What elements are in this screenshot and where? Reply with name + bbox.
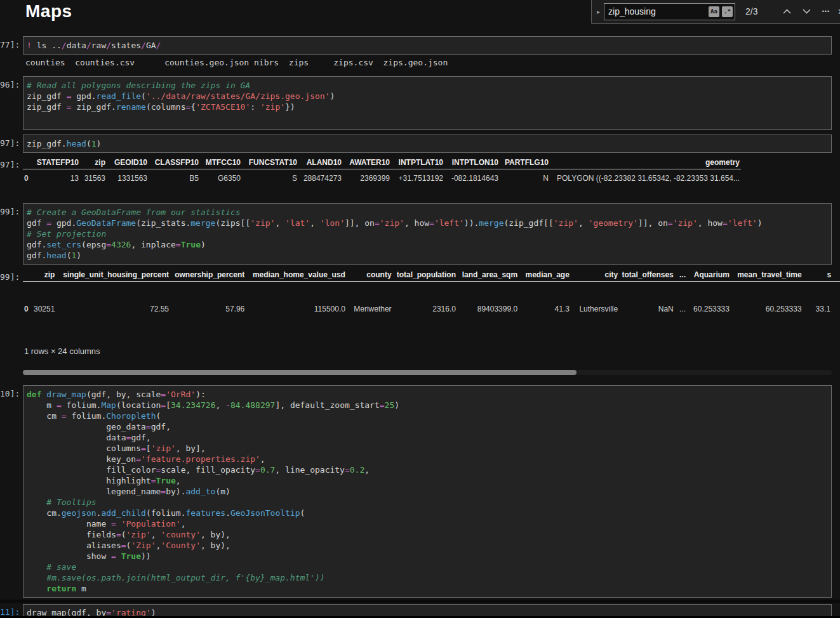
table-cell: 60.253333 — [731, 281, 803, 319]
stream-output-text: counties counties.csv counties.geo.json … — [23, 58, 840, 68]
column-header: INTPTLAT10 — [391, 156, 444, 169]
code-line: highlight=True, — [27, 475, 826, 486]
table-cell: 60.253333 — [687, 281, 731, 319]
table-cell: +31.7513192 — [391, 169, 444, 188]
table-cell: 57.96 — [170, 281, 246, 319]
code-line: cm.geojson.add_child(folium.features.Geo… — [27, 508, 826, 518]
search-query-text: zip_housing — [608, 6, 706, 16]
close-find-button[interactable]: ✕ — [837, 7, 840, 16]
column-header: county — [347, 268, 393, 281]
code-line: zip_gdf.head(1) — [27, 138, 826, 149]
cell-gap-divider — [0, 600, 840, 603]
table-header-row: zipsingle_unit_housing_percentownership_… — [23, 268, 840, 281]
more-options-button[interactable]: ••• — [822, 8, 830, 15]
code-line: data=gdf, — [27, 432, 826, 443]
table-cell: 288474273 — [298, 169, 343, 188]
code-line: ! ls ../data/raw/states/GA/ — [27, 40, 826, 51]
execution-prompt: 10]: — [0, 385, 19, 598]
table-cell: 2369399 — [343, 169, 391, 188]
column-header: INTPTLON10 — [444, 156, 500, 169]
column-header: CLASSFP10 — [149, 156, 200, 169]
regex-toggle[interactable]: .* — [722, 6, 733, 17]
code-line: def draw_map(gdf, by, scale='OrRd'): — [27, 389, 826, 400]
horizontal-scrollbar-track[interactable] — [23, 370, 832, 375]
column-header: ownership_percent — [170, 268, 246, 281]
column-header: city — [571, 268, 619, 281]
column-header: FUNCSTAT10 — [242, 156, 298, 169]
code-cell: 97]:zip_gdf.head(1) — [0, 135, 840, 153]
table-cell: B5 — [149, 169, 200, 188]
column-header: STATEFP10 — [32, 156, 80, 169]
column-header: ALAND10 — [298, 156, 343, 169]
previous-match-button[interactable] — [783, 9, 791, 14]
column-header: total_population — [393, 268, 457, 281]
column-header: PARTFLG10 — [500, 156, 550, 169]
code-input-editor[interactable]: # Create a GeoDataFrame from our statist… — [23, 203, 832, 265]
code-input-editor[interactable]: # Read all polygons describing the zips … — [23, 76, 832, 130]
code-line: aliases=('Zip','County', by), — [27, 540, 826, 551]
table-cell: 115500.0 — [246, 281, 347, 319]
code-input-editor[interactable]: def draw_map(gdf, by, scale='OrRd'): m =… — [23, 385, 832, 598]
code-line: # save — [27, 562, 826, 572]
search-input[interactable]: zip_housing Aa .* — [604, 3, 735, 20]
chevron-down-icon — [803, 9, 811, 14]
table-dimensions-label: 1 rows × 24 columns — [23, 346, 840, 356]
code-line: legend_name=by).add_to(m) — [27, 486, 826, 497]
table-cell: 13 — [32, 169, 80, 188]
column-header — [23, 268, 32, 281]
code-cell: 96]:# Read all polygons describing the z… — [0, 76, 840, 130]
column-header: mean_travel_time — [731, 268, 803, 281]
table-cell: -082.1814643 — [444, 169, 500, 188]
code-line: zip_gdf = gpd.read_file('../data/raw/sta… — [27, 91, 826, 102]
column-header: geometry — [550, 156, 741, 169]
table-cell: POLYGON ((-82.23382 31.65342, -82.23353 … — [550, 169, 741, 188]
code-cell: 10]:def draw_map(gdf, by, scale='OrRd'):… — [0, 385, 840, 598]
table-cell: S — [242, 169, 298, 188]
table-cell: N — [500, 169, 550, 188]
match-case-toggle[interactable]: Aa — [709, 6, 719, 17]
execution-prompt — [0, 58, 19, 68]
table-cell: 1331563 — [107, 169, 149, 188]
column-header: single_unit_housing_percent — [56, 268, 170, 281]
find-collapse-icon[interactable]: ▸ — [597, 8, 600, 15]
table-cell: 72.55 — [56, 281, 170, 319]
code-line: fill_color=scale, fill_opacity=0.7, line… — [27, 464, 826, 475]
column-header — [23, 156, 32, 169]
column-header: land_area_sqm — [457, 268, 519, 281]
code-line: columns=['zip', by], — [27, 443, 826, 454]
output-cell: 99]:zipsingle_unit_housing_percentowners… — [0, 268, 840, 375]
find-bar: ▸ zip_housing Aa .* 2/3 ••• ✕ — [591, 0, 840, 23]
execution-prompt: 99]: — [0, 203, 19, 265]
code-line: gdf.set_crs(epsg=4326, inplace=True) — [27, 239, 826, 250]
match-counter: 2/3 — [745, 6, 757, 16]
table-cell: 2316.0 — [393, 281, 457, 319]
next-match-button[interactable] — [803, 9, 811, 14]
code-line: # Read all polygons describing the zips … — [27, 80, 826, 91]
code-line: cm = folium.Choropleth( — [27, 411, 826, 421]
column-header: zip — [32, 268, 57, 281]
execution-prompt: 97]: — [0, 135, 19, 153]
code-input-editor[interactable]: ! ls ../data/raw/states/GA/ — [23, 36, 832, 55]
code-line: fields=('zip', 'county', by), — [27, 529, 826, 540]
notebook: 77]:! ls ../data/raw/states/GA/counties … — [0, 36, 840, 618]
column-header: median_home_value_usd — [246, 268, 347, 281]
code-line: show = True)) — [27, 551, 826, 562]
table-cell: Luthersville — [571, 281, 619, 319]
table-cell: 41.3 — [519, 281, 571, 319]
horizontal-scrollbar-thumb[interactable] — [23, 370, 577, 375]
code-line: #m.save(os.path.join(html_output_dir, f'… — [27, 572, 826, 583]
code-cell: 99]:# Create a GeoDataFrame from our sta… — [0, 203, 840, 265]
code-line: # Tooltips — [27, 497, 826, 508]
code-line: # Create a GeoDataFrame from our statist… — [27, 207, 826, 218]
table-header-row: STATEFP10zipGEOID10CLASSFP10MTFCC10FUNCS… — [23, 156, 741, 169]
column-header: MTFCC10 — [200, 156, 242, 169]
code-input-editor[interactable]: zip_gdf.head(1) — [23, 135, 832, 153]
output-cell: 97]:STATEFP10zipGEOID10CLASSFP10MTFCC10F… — [0, 156, 840, 188]
column-header: s — [803, 268, 840, 281]
column-header: AWATER10 — [343, 156, 391, 169]
chevron-up-icon — [783, 9, 791, 14]
column-header: Aquarium — [687, 268, 731, 281]
code-line: name = 'Population', — [27, 518, 826, 529]
table-cell: 30251 — [32, 281, 57, 319]
column-header: GEOID10 — [107, 156, 149, 169]
